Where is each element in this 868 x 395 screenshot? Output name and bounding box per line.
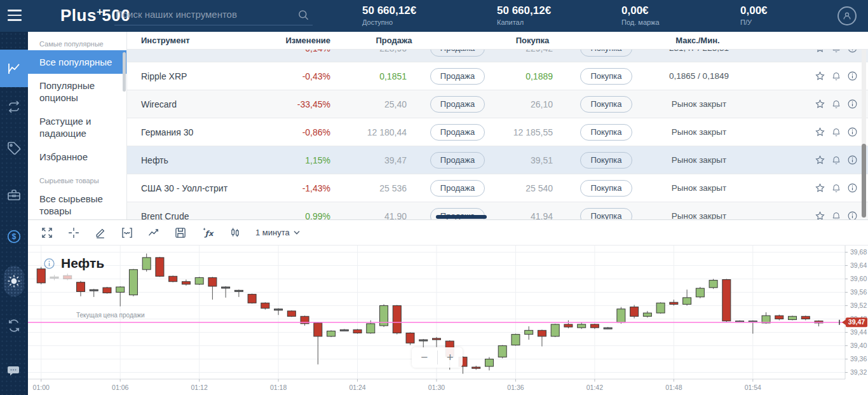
instrument-name: США 30 - Уолл-стрит <box>127 183 280 193</box>
change-value: -0,14% <box>280 50 330 53</box>
buy-button[interactable]: Покупка <box>580 124 632 141</box>
sell-button[interactable]: Продажа <box>430 68 485 85</box>
favorite-star-icon[interactable] <box>815 183 825 193</box>
sell-button[interactable]: Продажа <box>430 96 485 113</box>
trend-line-icon[interactable] <box>147 226 160 239</box>
functions-icon[interactable]: ƒx <box>201 226 215 239</box>
candlestick-style-icon[interactable] <box>229 226 241 239</box>
buy-price: 0,1889 <box>508 71 553 81</box>
stat-value: 0,00€ <box>621 4 660 17</box>
rail-item-theme[interactable] <box>0 267 28 295</box>
sidebar-item[interactable]: Все популярные <box>28 50 126 74</box>
expand-icon[interactable] <box>41 226 53 239</box>
candlestick-chart[interactable]: Текущая цена продажи39,6839,6439,6039,56… <box>28 246 868 395</box>
svg-text:39,68: 39,68 <box>850 248 867 256</box>
favorite-star-icon[interactable] <box>815 99 825 109</box>
rail-item-instruments[interactable] <box>0 134 28 162</box>
sidebar-scrollbar[interactable] <box>123 52 126 92</box>
alert-bell-icon[interactable] <box>831 183 841 193</box>
info-icon[interactable] <box>847 155 858 165</box>
rail-item-markets[interactable] <box>0 55 28 83</box>
instrument-name: Ripple XRP <box>127 71 280 81</box>
info-icon[interactable] <box>847 183 858 193</box>
rail-item-funds[interactable]: $ <box>0 223 28 251</box>
info-icon[interactable] <box>847 71 858 81</box>
sell-button[interactable]: Продажа <box>430 124 485 141</box>
search-bar <box>114 6 313 25</box>
alert-bell-icon[interactable] <box>831 99 841 109</box>
draw-icon[interactable] <box>94 226 107 239</box>
alert-bell-icon[interactable] <box>831 71 841 81</box>
menu-icon[interactable] <box>8 10 23 22</box>
table-row[interactable]: Brent Crude0,99%41,90Продажа41,94Покупка… <box>127 202 868 219</box>
buy-button[interactable]: Покупка <box>580 208 632 220</box>
buy-button[interactable]: Покупка <box>580 152 632 169</box>
info-icon[interactable] <box>847 127 858 137</box>
rail-item-portfolio[interactable] <box>0 181 28 209</box>
rail-item-trade[interactable] <box>0 93 28 121</box>
high-low: Рынок закрыт <box>660 99 738 109</box>
table-row[interactable]: Wirecard-33,45%25,40Продажа26,10ПокупкаР… <box>127 90 868 118</box>
sidebar-item[interactable]: Популярные опционы <box>28 74 126 109</box>
table-row[interactable]: США 30 - Уолл-стрит-1,43%25 536Продажа25… <box>127 174 868 202</box>
high-low: Рынок закрыт <box>660 127 738 137</box>
table-row[interactable]: Нефть1,15%39,47Продажа39,51ПокупкаРынок … <box>127 146 868 174</box>
sidebar-item[interactable]: Растущие и падающие <box>28 109 126 145</box>
high-low: 231,47 / 225,31 <box>660 50 738 53</box>
stat-margin: 0,00€ Под. маржа <box>621 4 660 26</box>
instrument-name: Wirecard <box>127 99 280 109</box>
sell-button[interactable]: Продажа <box>430 152 485 169</box>
alert-bell-icon[interactable] <box>831 50 841 53</box>
alert-bell-icon[interactable] <box>831 155 841 165</box>
buy-button[interactable]: Покупка <box>580 180 632 197</box>
stat-pnl: 0,00€ П/У <box>740 4 768 26</box>
rail-item-chat[interactable] <box>0 357 28 385</box>
crosshair-icon[interactable] <box>67 226 80 239</box>
sidebar-item[interactable]: Все сырьевые товары <box>28 187 126 219</box>
timeframe-dropdown[interactable]: 1 минута <box>255 228 300 237</box>
table-row[interactable]: Германия 30-0,86%12 180,44Продажа12 185,… <box>127 118 868 146</box>
alert-bell-icon[interactable] <box>831 211 841 219</box>
zoom-in-button[interactable]: + <box>438 347 463 368</box>
info-icon[interactable] <box>847 211 858 219</box>
favorite-star-icon[interactable] <box>815 155 825 165</box>
instrument-name: Германия 30 <box>127 127 280 137</box>
search-input[interactable] <box>114 6 292 20</box>
alert-bell-icon[interactable] <box>831 127 841 137</box>
chart-instrument-name: Нефть <box>61 256 104 271</box>
rail-item-refresh[interactable] <box>0 312 28 340</box>
table-row[interactable]: Ripple XRP-0,43%0,1851Продажа0,1889Покуп… <box>127 62 868 90</box>
zoom-out-button[interactable]: − <box>412 347 437 368</box>
table-hscrollbar-thumb[interactable] <box>436 215 487 219</box>
favorite-star-icon[interactable] <box>815 50 825 53</box>
svg-text:01:42: 01:42 <box>587 384 603 391</box>
buy-button[interactable]: Покупка <box>580 50 632 57</box>
info-icon[interactable] <box>847 99 858 109</box>
favorite-star-icon[interactable] <box>815 127 825 137</box>
table-row[interactable]: -0,14%228,96Продажа229,42Покупка231,47 /… <box>127 50 868 62</box>
svg-text:01:30: 01:30 <box>428 384 445 391</box>
search-icon[interactable] <box>297 9 310 24</box>
category-sidebar: Самые популярныеВсе популярныеПопулярные… <box>28 32 127 219</box>
favorite-star-icon[interactable] <box>815 211 825 219</box>
info-icon[interactable] <box>847 50 858 53</box>
sidebar-item[interactable]: Избранное <box>28 145 126 169</box>
indicators-window-icon[interactable] <box>121 226 133 239</box>
buy-button[interactable]: Покупка <box>580 96 632 113</box>
sell-button[interactable]: Продажа <box>430 50 485 57</box>
info-icon[interactable] <box>43 258 55 270</box>
instrument-name: Нефть <box>127 155 280 165</box>
account-avatar[interactable] <box>837 6 857 25</box>
chart-toolbar: ƒx 1 минута <box>28 220 868 246</box>
chat-icon <box>6 364 22 379</box>
row-actions <box>738 99 868 109</box>
favorite-star-icon[interactable] <box>815 71 825 81</box>
dollar-coin-icon: $ <box>6 228 22 245</box>
change-value: -1,43% <box>280 183 330 193</box>
save-icon[interactable] <box>174 226 187 239</box>
buy-price: 26,10 <box>508 99 553 109</box>
buy-button[interactable]: Покупка <box>580 68 632 85</box>
table-scrollbar-thumb[interactable] <box>862 144 866 218</box>
buy-price: 41,94 <box>508 211 553 220</box>
sell-button[interactable]: Продажа <box>430 180 485 197</box>
